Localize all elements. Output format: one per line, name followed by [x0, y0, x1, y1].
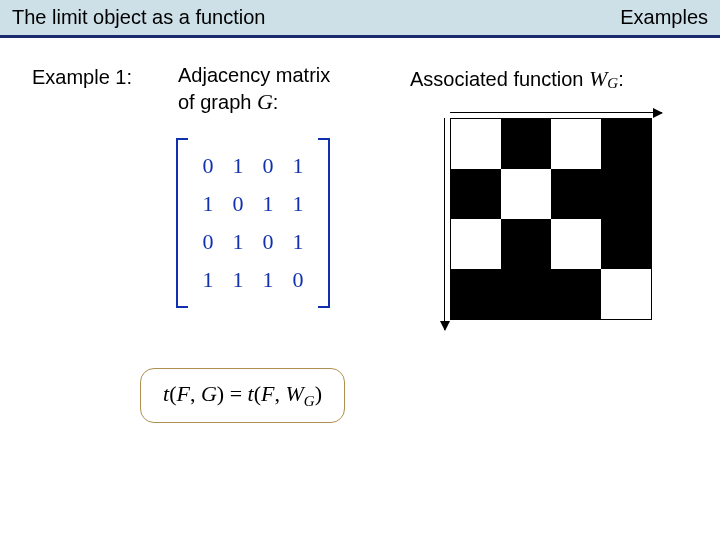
- equation-box: t(F, G) = t(F, WG): [140, 368, 345, 423]
- graphon-cell: [551, 219, 601, 269]
- example-label: Example 1:: [32, 66, 132, 89]
- matrix-cell: 1: [290, 228, 306, 256]
- eq-open-2: (: [254, 381, 261, 406]
- matrix-cell: 1: [260, 190, 276, 218]
- matrix-cell: 0: [290, 266, 306, 294]
- matrix-cell: 1: [200, 266, 216, 294]
- eq-close-2: ): [315, 381, 322, 406]
- x-axis-arrow-icon: [450, 112, 662, 113]
- function-W-sub: G: [607, 75, 618, 91]
- matrix-cell: 1: [230, 228, 246, 256]
- eq-comma-1: ,: [190, 381, 201, 406]
- graphon-cell: [451, 169, 501, 219]
- slide-title: The limit object as a function: [12, 6, 265, 29]
- graphon-cell: [451, 119, 501, 169]
- associated-function-colon: :: [618, 68, 624, 90]
- matrix-cell: 1: [230, 152, 246, 180]
- graphon-cell: [551, 119, 601, 169]
- eq-F-2: F: [261, 381, 274, 406]
- graphon-cell: [451, 269, 501, 319]
- graphon-cell: [601, 269, 651, 319]
- title-bar: The limit object as a function Examples: [0, 0, 720, 38]
- matrix-cell: 1: [290, 190, 306, 218]
- adjacency-heading-line2-prefix: of graph: [178, 91, 257, 113]
- graphon-cell: [601, 219, 651, 269]
- adjacency-heading-colon: :: [273, 91, 279, 113]
- adjacency-heading-line1: Adjacency matrix: [178, 64, 330, 86]
- graphon-cell: [501, 219, 551, 269]
- graphon-cell: [501, 169, 551, 219]
- eq-comma-2: ,: [274, 381, 285, 406]
- eq-G: G: [201, 381, 217, 406]
- matrix-cell: 1: [200, 190, 216, 218]
- matrix-cell: 1: [230, 266, 246, 294]
- matrix-cell: 0: [260, 152, 276, 180]
- slide-content: Example 1: Adjacency matrix of graph G: …: [0, 38, 720, 66]
- matrix-bracket-left: [176, 138, 188, 308]
- eq-equals: =: [224, 381, 247, 406]
- matrix-bracket-right: [318, 138, 330, 308]
- graphon-cell: [601, 169, 651, 219]
- graphon-cell: [501, 119, 551, 169]
- eq-F-1: F: [176, 381, 189, 406]
- slide-section: Examples: [620, 6, 708, 29]
- adjacency-heading: Adjacency matrix of graph G:: [178, 62, 330, 117]
- associated-function-heading: Associated function WG:: [410, 66, 624, 92]
- y-axis-arrow-icon: [444, 118, 445, 330]
- function-variable: WG: [589, 66, 618, 91]
- graphon-cell: [451, 219, 501, 269]
- graphon-cell: [601, 119, 651, 169]
- graphon-cell: [551, 169, 601, 219]
- adjacency-matrix-table: 0 1 0 1 1 0 1 1 0 1 0 1 1: [186, 142, 320, 304]
- graphon-cell: [501, 269, 551, 319]
- function-W: W: [589, 66, 607, 91]
- matrix-cell: 0: [200, 228, 216, 256]
- matrix-cell: 0: [230, 190, 246, 218]
- graphon-plot: [450, 118, 670, 320]
- eq-W-sub: G: [304, 393, 315, 409]
- matrix-cell: 0: [200, 152, 216, 180]
- eq-W: W: [285, 381, 303, 406]
- adjacency-matrix: 0 1 0 1 1 0 1 1 0 1 0 1 1: [178, 138, 328, 308]
- matrix-cell: 1: [260, 266, 276, 294]
- matrix-cell: 0: [260, 228, 276, 256]
- graphon-grid: [450, 118, 652, 320]
- associated-function-prefix: Associated function: [410, 68, 589, 90]
- matrix-cell: 1: [290, 152, 306, 180]
- graph-variable: G: [257, 89, 273, 114]
- graphon-cell: [551, 269, 601, 319]
